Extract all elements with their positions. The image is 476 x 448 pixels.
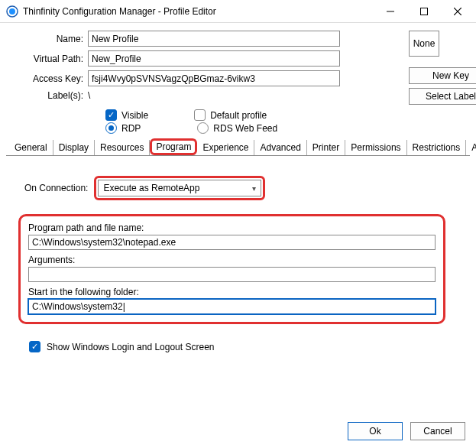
window-title: Thinfinity Configuration Manager - Profi… (23, 6, 374, 17)
labels-label: Label(s): (15, 90, 88, 101)
tab-restrictions[interactable]: Restrictions (407, 140, 467, 155)
program-fields-highlight: Program path and file name: Arguments: S… (18, 214, 445, 324)
on-connection-label: On Connection: (24, 183, 88, 193)
svg-rect-2 (421, 8, 428, 15)
tab-program[interactable]: Program (150, 138, 197, 155)
default-profile-checkbox[interactable]: Default profile (194, 109, 267, 121)
rdp-label: RDP (121, 123, 141, 134)
access-key-input[interactable] (88, 70, 340, 86)
start-in-label: Start in the following folder: (28, 287, 436, 297)
checkbox-icon (29, 341, 40, 352)
show-windows-login-label: Show Windows Login and Logout Screen (47, 342, 214, 352)
name-input[interactable] (88, 31, 340, 47)
default-label: Default profile (210, 110, 267, 121)
program-path-label: Program path and file name: (28, 222, 436, 233)
titlebar: Thinfinity Configuration Manager - Profi… (0, 0, 476, 23)
tab-display[interactable]: Display (53, 140, 95, 155)
access-key-label: Access Key: (15, 73, 88, 84)
icon-none-button[interactable]: None (409, 31, 439, 57)
start-in-input[interactable] (28, 299, 436, 314)
minimize-button[interactable] (374, 1, 407, 22)
on-connection-value: Execute as RemoteApp (103, 183, 199, 193)
icon-none-label: None (413, 38, 436, 49)
radio-icon (105, 122, 117, 134)
visible-label: Visible (121, 110, 148, 121)
visible-checkbox[interactable]: Visible (105, 109, 148, 121)
new-key-button[interactable]: New Key (409, 67, 476, 84)
tab-bar: General Display Resources Program Experi… (6, 138, 470, 156)
on-connection-select[interactable]: Execute as RemoteApp ▾ (98, 180, 261, 196)
program-path-input[interactable] (28, 235, 436, 250)
on-connection-highlight: Execute as RemoteApp ▾ (94, 176, 265, 200)
rdp-radio[interactable]: RDP (105, 122, 141, 134)
program-pane: On Connection: Execute as RemoteApp ▾ Pr… (6, 162, 470, 360)
maximize-button[interactable] (407, 1, 441, 22)
show-windows-login-checkbox[interactable]: Show Windows Login and Logout Screen (29, 341, 461, 352)
dialog-footer: Ok Cancel (348, 422, 465, 440)
rds-label: RDS Web Feed (213, 123, 277, 134)
tab-experience[interactable]: Experience (197, 140, 254, 155)
arguments-input[interactable] (28, 267, 436, 282)
tab-access-hours[interactable]: Access Hours (466, 140, 476, 155)
tab-resources[interactable]: Resources (95, 140, 150, 155)
profile-form: Name: Virtual Path: Access Key: Label(s)… (0, 23, 476, 134)
tab-general[interactable]: General (9, 140, 53, 155)
tab-advanced[interactable]: Advanced (254, 140, 306, 155)
close-button[interactable] (441, 1, 474, 22)
select-label-button[interactable]: Select Label (409, 88, 476, 105)
chevron-down-icon: ▾ (252, 184, 256, 193)
virtual-path-input[interactable] (88, 50, 340, 67)
cancel-button[interactable]: Cancel (410, 422, 465, 440)
virtual-path-label: Virtual Path: (15, 54, 88, 64)
tab-permissions[interactable]: Permissions (345, 140, 406, 155)
checkbox-icon (105, 109, 117, 121)
name-label: Name: (15, 34, 88, 44)
labels-value: \ (88, 90, 90, 101)
arguments-label: Arguments: (28, 255, 436, 265)
radio-icon (197, 122, 209, 134)
rds-radio[interactable]: RDS Web Feed (197, 122, 277, 134)
tab-printer[interactable]: Printer (307, 140, 345, 155)
app-icon (6, 5, 18, 18)
checkbox-icon (194, 109, 206, 121)
ok-button[interactable]: Ok (348, 422, 403, 440)
